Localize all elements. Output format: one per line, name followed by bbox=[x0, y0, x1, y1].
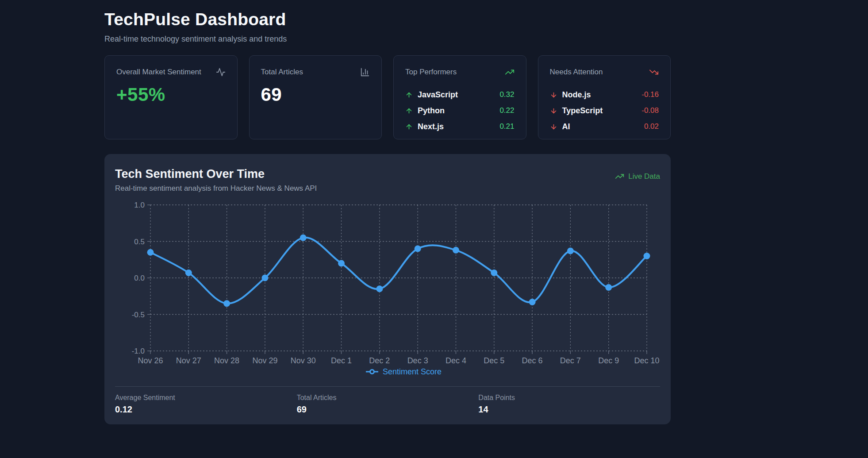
data-point-dot[interactable] bbox=[147, 249, 154, 256]
stat-average-sentiment: Average Sentiment 0.12 bbox=[115, 394, 297, 415]
card-header: Total Articles bbox=[261, 67, 370, 77]
arrow-up-icon bbox=[405, 123, 413, 131]
live-data-badge: Live Data bbox=[615, 172, 660, 181]
overall-sentiment-value: +55% bbox=[116, 84, 226, 105]
tech-name: Next.js bbox=[418, 122, 444, 131]
tech-score: 0.32 bbox=[499, 90, 514, 99]
y-axis-tick-label: -0.5 bbox=[132, 311, 145, 319]
card-label: Needs Attention bbox=[550, 68, 603, 77]
sentiment-chart-panel: Tech Sentiment Over Time Real-time senti… bbox=[104, 154, 671, 424]
chart-grid: Nov 26Nov 27Nov 28Nov 29Nov 30Dec 1Dec 2… bbox=[132, 201, 660, 365]
list-item: TypeScript -0.08 bbox=[550, 103, 659, 119]
bar-chart-icon bbox=[360, 67, 370, 77]
data-point-dot[interactable] bbox=[415, 246, 421, 252]
dashboard-content: TechPulse Dashboard Real-time technology… bbox=[104, 0, 671, 44]
list-item: Next.js 0.21 bbox=[405, 119, 515, 135]
stat-label: Total Articles bbox=[297, 394, 479, 402]
stat-value: 0.12 bbox=[115, 404, 297, 415]
list-item: JavaScript 0.32 bbox=[405, 87, 515, 103]
stat-total-articles: Total Articles 69 bbox=[297, 394, 479, 415]
arrow-up-icon bbox=[405, 91, 413, 99]
card-label: Top Performers bbox=[405, 68, 457, 77]
data-point-dot[interactable] bbox=[605, 284, 612, 291]
tech-score: 0.22 bbox=[499, 106, 514, 115]
tech-name: Python bbox=[418, 106, 445, 115]
divider bbox=[115, 386, 660, 387]
tech-name: Node.js bbox=[562, 90, 591, 100]
stat-value: 69 bbox=[297, 404, 479, 415]
list-item: AI 0.02 bbox=[550, 119, 659, 135]
tech-name: AI bbox=[562, 122, 570, 131]
data-point-dot[interactable] bbox=[644, 253, 650, 259]
stat-value: 14 bbox=[478, 404, 660, 415]
activity-icon bbox=[216, 67, 226, 77]
y-axis-tick-label: 0.5 bbox=[134, 238, 145, 246]
trending-up-icon bbox=[615, 172, 624, 181]
arrow-down-icon bbox=[550, 91, 557, 99]
card-total-articles: Total Articles 69 bbox=[249, 55, 382, 139]
stat-label: Data Points bbox=[478, 394, 660, 402]
card-needs-attention: Needs Attention Node.js -0.16 TypeScript… bbox=[538, 55, 671, 139]
x-axis-tick-label: Nov 27 bbox=[176, 356, 201, 365]
data-point-dot[interactable] bbox=[491, 269, 497, 276]
arrow-down-icon bbox=[550, 123, 557, 131]
trending-down-icon bbox=[649, 67, 659, 77]
x-axis-tick-label: Dec 4 bbox=[446, 356, 466, 365]
data-point-dot[interactable] bbox=[529, 299, 536, 305]
stat-data-points: Data Points 14 bbox=[478, 394, 660, 415]
x-axis-tick-label: Dec 3 bbox=[407, 356, 428, 365]
tech-score: -0.08 bbox=[641, 106, 659, 115]
x-axis-tick-label: Dec 1 bbox=[331, 356, 352, 365]
data-point-dot[interactable] bbox=[376, 285, 383, 292]
legend-marker-icon bbox=[370, 370, 374, 374]
card-label: Total Articles bbox=[261, 68, 303, 77]
data-point-dot[interactable] bbox=[338, 260, 345, 267]
x-axis-tick-label: Nov 28 bbox=[214, 356, 239, 365]
arrow-down-icon bbox=[550, 107, 557, 115]
x-axis-tick-label: Dec 6 bbox=[522, 356, 543, 365]
data-point-dot[interactable] bbox=[453, 247, 459, 254]
x-axis-tick-label: Nov 26 bbox=[138, 356, 163, 365]
data-point-dot[interactable] bbox=[567, 247, 574, 254]
tech-name: TypeScript bbox=[562, 106, 603, 115]
x-axis-tick-label: Nov 29 bbox=[252, 356, 277, 365]
list-item: Python 0.22 bbox=[405, 103, 515, 119]
tech-score: 0.02 bbox=[644, 122, 659, 131]
x-axis-tick-label: Dec 10 bbox=[634, 356, 659, 365]
data-point-dot[interactable] bbox=[223, 300, 230, 307]
needs-attention-list: Node.js -0.16 TypeScript -0.08 AI 0.02 bbox=[550, 87, 659, 135]
card-overall-market-sentiment: Overall Market Sentiment +55% bbox=[104, 55, 238, 139]
tech-name: JavaScript bbox=[418, 90, 458, 100]
live-data-label: Live Data bbox=[628, 172, 660, 181]
data-point-dot[interactable] bbox=[300, 235, 307, 241]
tech-score: 0.21 bbox=[499, 122, 514, 131]
legend-sentiment-score[interactable]: Sentiment Score bbox=[366, 367, 442, 376]
list-item: Node.js -0.16 bbox=[550, 87, 659, 103]
x-axis-tick-label: Dec 9 bbox=[598, 356, 619, 365]
stat-cards-row: Overall Market Sentiment +55% Total Arti… bbox=[104, 55, 671, 139]
card-top-performers: Top Performers JavaScript 0.32 Python 0.… bbox=[393, 55, 526, 139]
total-articles-value: 69 bbox=[261, 84, 370, 105]
data-point-dot[interactable] bbox=[185, 269, 192, 276]
tech-score: -0.16 bbox=[641, 90, 659, 99]
page-subtitle: Real-time technology sentiment analysis … bbox=[104, 35, 671, 44]
card-header: Top Performers bbox=[405, 67, 515, 77]
sentiment-line bbox=[150, 238, 647, 304]
card-header: Needs Attention bbox=[550, 67, 659, 77]
chart-footer-stats: Average Sentiment 0.12 Total Articles 69… bbox=[115, 394, 660, 415]
y-axis-tick-label: -1.0 bbox=[132, 347, 145, 355]
stat-label: Average Sentiment bbox=[115, 394, 297, 402]
x-axis-tick-label: Dec 5 bbox=[484, 356, 504, 365]
x-axis-tick-label: Dec 7 bbox=[560, 356, 581, 365]
x-axis-tick-label: Nov 30 bbox=[291, 356, 316, 365]
page-title: TechPulse Dashboard bbox=[104, 10, 671, 29]
legend-label: Sentiment Score bbox=[383, 367, 442, 376]
sentiment-line-chart[interactable]: Nov 26Nov 27Nov 28Nov 29Nov 30Dec 1Dec 2… bbox=[104, 189, 671, 383]
y-axis-tick-label: 1.0 bbox=[134, 201, 145, 209]
arrow-up-icon bbox=[405, 107, 413, 115]
card-header: Overall Market Sentiment bbox=[116, 67, 226, 77]
y-axis-tick-label: 0.0 bbox=[134, 274, 145, 282]
chart-title: Tech Sentiment Over Time bbox=[115, 167, 265, 181]
card-label: Overall Market Sentiment bbox=[116, 68, 201, 77]
data-point-dot[interactable] bbox=[261, 275, 268, 281]
